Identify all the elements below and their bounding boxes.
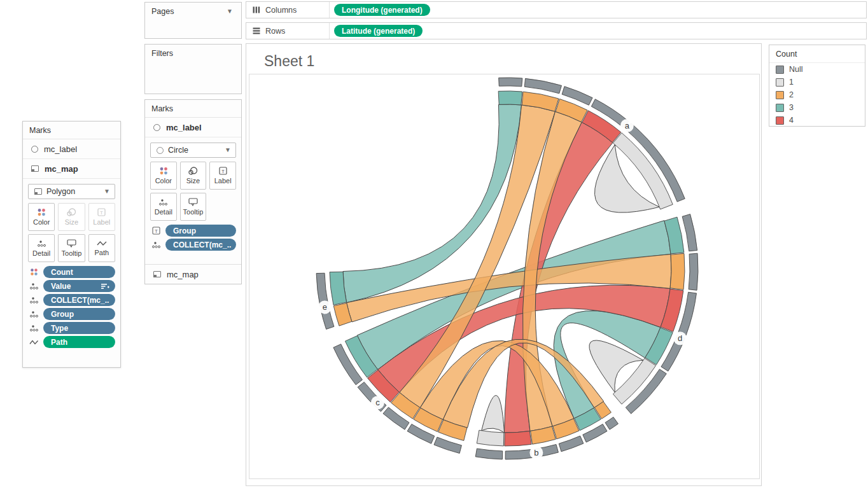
svg-text:e: e [323,302,327,312]
legend-item-1[interactable]: 1 [769,76,865,88]
legend-swatch [776,104,784,112]
rows-shelf[interactable]: Rows Latitude (generated) [246,22,867,39]
color-icon [28,268,39,276]
size-icon [188,167,198,175]
detail-icon [150,241,162,249]
pill-group[interactable]: Group [43,308,115,320]
svg-text:T: T [155,228,158,234]
pill-collect[interactable]: COLLECT(mc_.. [165,239,236,251]
circle-mark-icon [31,146,38,153]
size-button[interactable]: Size [58,203,85,231]
rows-label: Rows [265,27,285,36]
legend-swatch [776,66,784,74]
mark-type-value: Polygon [46,187,75,196]
marks-layer-mc-label[interactable]: mc_label [23,139,120,159]
size-icon [66,208,76,216]
svg-text:a: a [625,121,630,130]
pill-row-count: Count [28,266,115,278]
sort-descending-icon [101,283,109,289]
pill-row-type: Type [28,322,115,334]
svg-text:b: b [534,448,538,457]
tooltip-button[interactable]: Tooltip [58,234,85,262]
label-icon: T [150,227,162,235]
filters-shelf[interactable]: Filters [144,44,242,94]
pages-shelf[interactable]: Pages ▼ [144,2,242,39]
polygon-icon [34,188,42,195]
mark-type-dropdown[interactable]: Polygon ▼ [28,184,115,199]
pill-value[interactable]: Value [43,280,115,292]
pill-path[interactable]: Path [43,336,115,348]
detail-icon [28,310,39,318]
layer-label: mc_map [45,164,78,174]
svg-text:T: T [221,169,225,174]
pill-latitude[interactable]: Latitude (generated) [334,25,423,37]
pill-type[interactable]: Type [43,322,115,334]
color-button[interactable]: Color [28,203,55,231]
chevron-down-icon[interactable]: ▼ [223,147,233,153]
legend-title: Count [769,45,865,63]
pill-count[interactable]: Count [43,266,115,278]
detail-button[interactable]: Detail [150,193,177,221]
pill-row-group: T Group [150,225,236,237]
label-icon: T [97,208,106,216]
pill-row-path: Path [28,336,115,348]
chevron-down-icon[interactable]: ▼ [102,188,112,195]
sheet-title: Sheet 1 [264,53,314,70]
color-icon [159,167,168,175]
label-button[interactable]: T Label [209,162,236,190]
columns-shelf[interactable]: Columns Longitude (generated) [246,1,867,18]
marks-panel-title: Marks [145,100,241,118]
detail-button[interactable]: Detail [28,234,55,262]
pill-row-value: Value [28,280,115,292]
layer-label: mc_label [44,144,77,154]
sheet-card: Sheet 1 adbce [246,43,762,486]
marks-card-floating: Marks mc_label mc_map Polygon ▼ Color Si… [22,121,121,368]
marks-panel: Marks mc_label Circle ▼ Color Size [144,99,242,284]
legend-item-3[interactable]: 3 [769,101,865,114]
legend-swatch [776,78,784,87]
map-mark-icon [31,165,39,172]
pill-row-group: Group [28,308,115,320]
chevron-down-icon[interactable]: ▼ [225,8,235,15]
color-button[interactable]: Color [150,162,177,190]
pages-title: Pages [151,7,174,16]
filters-title: Filters [145,45,241,62]
path-icon [28,339,39,345]
marks-layer-mc-map[interactable]: mc_map [145,264,241,284]
pill-collect[interactable]: COLLECT(mc_.. [43,294,115,306]
mark-type-value: Circle [168,146,188,155]
label-button[interactable]: T Label [88,203,115,231]
pill-row-collect: COLLECT(mc_.. [150,239,236,251]
circle-mark-icon [153,124,160,131]
plot-area: adbce [249,74,760,479]
mark-type-dropdown[interactable]: Circle ▼ [150,143,236,158]
layer-label: mc_label [166,123,202,132]
color-icon [37,208,46,216]
detail-icon [159,199,167,206]
svg-text:c: c [375,398,380,407]
layer-label: mc_map [167,270,199,279]
marks-card-title: Marks [23,122,120,139]
marks-layer-mc-map[interactable]: mc_map [23,159,120,179]
legend-item-null[interactable]: Null [769,63,865,76]
pill-longitude[interactable]: Longitude (generated) [334,4,430,16]
pill-group[interactable]: Group [165,225,236,237]
legend-card: Count Null 1 2 3 4 [769,45,865,127]
columns-label: Columns [265,6,297,15]
chord-diagram[interactable]: adbce [249,74,759,478]
svg-text:T: T [100,210,103,216]
circle-icon [157,147,164,154]
size-button[interactable]: Size [180,162,207,190]
path-icon [97,240,107,247]
detail-icon [28,324,39,332]
label-icon: T [219,167,227,175]
legend-item-2[interactable]: 2 [769,88,865,101]
marks-layer-mc-label[interactable]: mc_label [145,118,241,137]
path-button[interactable]: Path [88,234,115,262]
detail-icon [28,282,39,290]
legend-item-4[interactable]: 4 [769,114,865,127]
detail-icon [38,240,46,247]
svg-text:d: d [678,333,682,343]
tooltip-button[interactable]: Tooltip [180,193,207,221]
pill-row-collect: COLLECT(mc_.. [28,294,115,306]
